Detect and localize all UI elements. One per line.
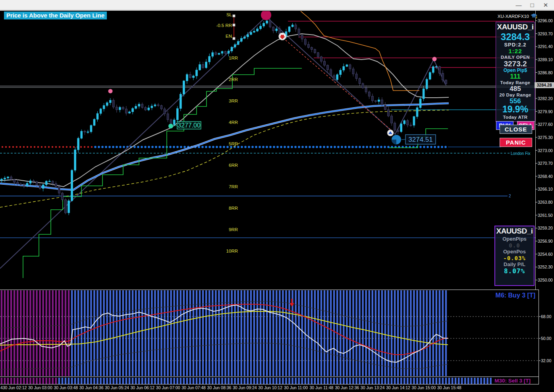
- bear-candle: [145, 108, 147, 110]
- time-axis-label[interactable]: 30 Jun 03:48: [54, 385, 78, 390]
- price-axis-tick-label[interactable]: 3286.80: [538, 70, 553, 75]
- rr-tool-handle[interactable]: [233, 15, 235, 17]
- bear-candle: [320, 57, 322, 61]
- m30-trend-bar: [365, 378, 367, 384]
- bear-candle: [279, 29, 281, 34]
- chart-canvas[interactable]: SL-0.5 RREN1RR2RR3RR4RR5RR6RR7RR8RR9RR10…: [0, 0, 554, 392]
- time-axis-label[interactable]: 30 Jun 05:24: [105, 385, 129, 390]
- m30-trend-bar: [263, 378, 264, 384]
- price-axis-tick-label[interactable]: 3266.10: [538, 187, 553, 191]
- trend-histogram-bar: [97, 290, 98, 376]
- minimize-window-button[interactable]: —: [512, 0, 525, 10]
- close-window-button[interactable]: ✕: [539, 0, 552, 10]
- bear-candle: [304, 39, 306, 44]
- price-axis-tick-label[interactable]: 3270.70: [538, 161, 553, 166]
- time-axis-label[interactable]: 30 Jun 15:00: [412, 385, 436, 390]
- price-axis-tick-label[interactable]: 3268.40: [538, 174, 553, 179]
- bull-candle: [154, 105, 156, 106]
- daily-open-dot: [216, 146, 218, 148]
- rr-tool-handle[interactable]: [233, 37, 235, 40]
- time-axis-label[interactable]: 30 Jun 13:24: [361, 385, 385, 390]
- m30-trend-bar: [20, 378, 21, 384]
- time-axis-label[interactable]: 30 Jun 09:24: [233, 385, 257, 390]
- m30-trend-bar: [199, 378, 201, 384]
- time-axis-label[interactable]: 30 Jun 12:36: [335, 385, 359, 390]
- price-axis-tick-label[interactable]: 3289.10: [538, 57, 553, 62]
- time-axis-label[interactable]: 30 Jun 11:48: [309, 385, 333, 390]
- trend-histogram-bar: [317, 290, 319, 376]
- bull-candle: [4, 178, 6, 179]
- rr-label: 1RR: [229, 56, 238, 60]
- time-axis-label[interactable]: 30 Jun 11:00: [284, 385, 308, 390]
- daily-open-dot: [23, 146, 25, 148]
- time-axis-label[interactable]: 30 Jun 08:36: [207, 385, 232, 390]
- bull-candle: [336, 75, 338, 80]
- rr-tool-handle[interactable]: [233, 24, 235, 26]
- close-position-button[interactable]: CLOSE: [500, 125, 532, 134]
- time-axis-label[interactable]: 30 Jun 03:00: [28, 385, 52, 390]
- time-axis-label[interactable]: 30 Jun 15:48: [437, 385, 461, 390]
- daily-open-dot: [66, 146, 68, 148]
- price-axis-tick-label[interactable]: 3252.30: [538, 265, 553, 269]
- trend-histogram-bar: [394, 290, 396, 376]
- time-axis-label[interactable]: 30 Jun 14:12: [386, 385, 410, 390]
- m30-trend-label: M30: Sell 3 [T]: [453, 378, 531, 384]
- price-axis-tick-label[interactable]: 3282.20: [538, 96, 553, 101]
- m30-trend-bar: [320, 378, 322, 384]
- rr-label: 2RR: [229, 77, 238, 82]
- m30-trend-bar: [279, 378, 280, 384]
- daily-open-dot: [280, 146, 282, 148]
- indicator-axis-tick-label[interactable]: 50.00: [541, 336, 551, 341]
- indicator-axis-tick-label[interactable]: 32.00: [541, 358, 551, 363]
- trend-histogram-bar: [145, 290, 146, 376]
- m30-trend-bar: [311, 378, 313, 384]
- m30-trend-bar: [314, 378, 316, 384]
- time-axis-label[interactable]: 30 Jun 10:12: [258, 385, 282, 390]
- indicator-axis-tick-label[interactable]: 68.00: [541, 314, 551, 319]
- time-axis-label[interactable]: 30 Jun 02:12: [3, 385, 27, 390]
- trend-histogram-bar: [164, 290, 165, 376]
- price-axis-tick-label[interactable]: 3291.40: [538, 44, 553, 49]
- trend-histogram-bar: [397, 290, 399, 376]
- daily-open-dot: [294, 146, 297, 148]
- m30-trend-bar: [228, 378, 229, 384]
- price-axis-tick-label[interactable]: 3256.90: [538, 239, 553, 243]
- trend-histogram-bar: [151, 290, 152, 376]
- time-axis-label[interactable]: 30 Jun 07:48: [181, 385, 206, 390]
- time-axis-label[interactable]: 30 Jun 04:36: [79, 385, 104, 390]
- time-axis-label[interactable]: 30 Jun 06:12: [130, 385, 154, 390]
- window-titlebar[interactable]: — □ ✕: [0, 0, 554, 10]
- open-pips-value: 111: [496, 73, 535, 80]
- symbol-info-panel: XAUUSD_i 3284.3 SPD:2.2 1:22 DAILY OPEN …: [496, 22, 535, 122]
- trend-histogram-bar: [10, 290, 12, 376]
- price-axis-tick-label[interactable]: 3263.80: [538, 200, 553, 205]
- maximize-window-button[interactable]: □: [525, 0, 539, 10]
- price-axis-tick-label[interactable]: 3279.90: [538, 109, 553, 114]
- price-axis-tick-label[interactable]: 3277.60: [538, 122, 553, 127]
- panic-button[interactable]: PANIC: [500, 138, 532, 147]
- bear-candle: [62, 193, 64, 200]
- trend-histogram-bar: [1, 290, 2, 376]
- daily-open-dot: [419, 146, 422, 148]
- bear-candle: [324, 61, 326, 65]
- price-axis-tick-label[interactable]: 3261.50: [538, 213, 553, 218]
- price-axis-tick-label[interactable]: 3250.00: [538, 278, 553, 282]
- daily-open-dot: [169, 146, 172, 148]
- time-axis-label[interactable]: 30 Jun 07:00: [156, 385, 180, 390]
- daily-open-dot: [319, 146, 322, 148]
- price-axis-tick-label[interactable]: 3254.60: [538, 252, 553, 257]
- price-axis-tick-label[interactable]: 3275.30: [538, 135, 553, 140]
- daily-open-dot: [262, 146, 264, 148]
- range-percent-value: 19.9%: [496, 104, 535, 114]
- bull-candle: [26, 183, 28, 185]
- price-axis-tick-label[interactable]: 3293.70: [538, 31, 553, 36]
- trend-histogram-bar: [384, 290, 386, 376]
- daily-open-dot: [137, 146, 139, 148]
- daily-pl-value: 8.07%: [495, 268, 534, 275]
- price-axis-tick-label[interactable]: 3296.00: [538, 18, 553, 23]
- bull-candle: [208, 56, 210, 62]
- price-axis-tick-label[interactable]: 3273.00: [538, 148, 553, 153]
- price-axis-tick-label[interactable]: 3259.20: [538, 226, 553, 230]
- trend-histogram-bar: [39, 290, 41, 376]
- m30-trend-bar: [301, 378, 303, 384]
